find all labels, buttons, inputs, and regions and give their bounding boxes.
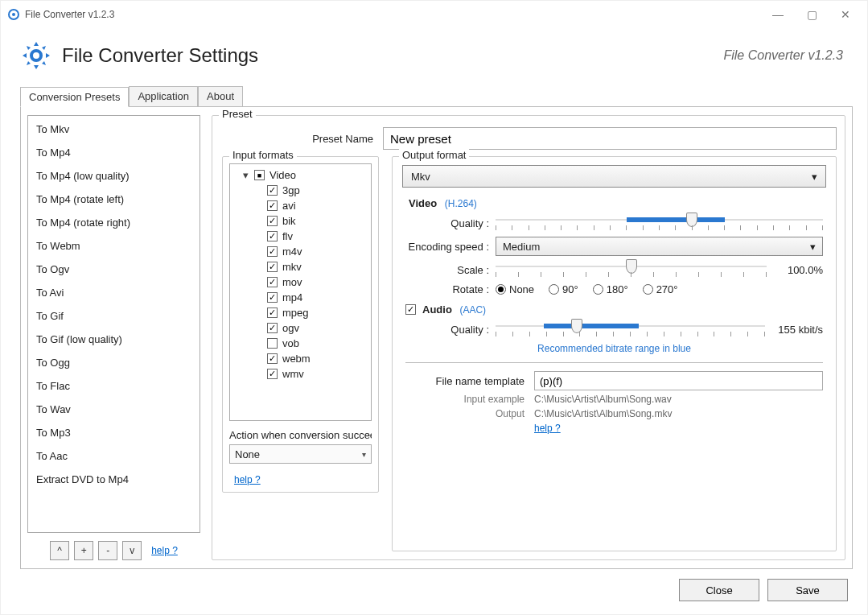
- app-icon: [7, 8, 20, 21]
- input-format-item[interactable]: mpeg: [230, 305, 371, 320]
- action-select[interactable]: None ▾: [229, 444, 372, 464]
- preset-name-input[interactable]: [383, 127, 837, 150]
- tab-application[interactable]: Application: [129, 86, 198, 106]
- preset-list-item[interactable]: To Mp4 (rotate left): [28, 188, 200, 211]
- add-button[interactable]: +: [74, 541, 93, 560]
- close-icon[interactable]: ✕: [840, 9, 851, 20]
- presets-column: To MkvTo Mp4To Mp4 (low quality)To Mp4 (…: [27, 115, 200, 560]
- preset-list-item[interactable]: To Mkv: [28, 118, 200, 141]
- collapse-icon[interactable]: ▾: [241, 169, 249, 181]
- input-format-checkbox[interactable]: [267, 200, 278, 211]
- filename-template-label: File name template: [405, 375, 534, 387]
- close-button[interactable]: Close: [679, 579, 759, 601]
- input-formats-tree[interactable]: ▾Video3gpavibikflvm4vmkvmovmp4mpegogvvob…: [229, 163, 372, 421]
- preset-list-item[interactable]: To Flac: [28, 374, 200, 398]
- encoding-speed-select[interactable]: Medium ▾: [496, 237, 823, 256]
- move-up-button[interactable]: ^: [50, 541, 69, 560]
- app-window: File Converter v1.2.3 — ▢ ✕ File Convert…: [0, 0, 868, 615]
- filename-help-row: help ?: [405, 423, 823, 434]
- input-format-checkbox[interactable]: [267, 292, 278, 303]
- rotate-option[interactable]: 90°: [549, 283, 578, 295]
- preset-list-item[interactable]: To Aac: [28, 444, 200, 468]
- output-format-column: Output format Mkv ▾ Video (H.264): [392, 156, 837, 551]
- audio-quality-row: Quality : 155 kbit/s: [405, 320, 823, 338]
- input-format-checkbox[interactable]: [267, 185, 278, 196]
- preset-list-item[interactable]: To Ogg: [28, 351, 200, 374]
- input-format-checkbox[interactable]: [267, 246, 278, 257]
- audio-quality-slider[interactable]: [496, 320, 765, 338]
- video-group-checkbox[interactable]: [254, 170, 265, 180]
- input-format-item[interactable]: 3gp: [230, 183, 371, 198]
- scale-slider[interactable]: [496, 261, 767, 279]
- preset-list-item[interactable]: To Mp4: [28, 141, 200, 164]
- action-select-value: None: [235, 448, 260, 460]
- input-format-item[interactable]: webm: [230, 351, 371, 366]
- video-quality-label: Quality :: [405, 217, 496, 229]
- remove-button[interactable]: -: [98, 541, 117, 560]
- video-quality-slider[interactable]: [496, 214, 823, 232]
- chevron-down-icon: ▾: [362, 450, 366, 459]
- input-format-checkbox[interactable]: [267, 323, 278, 333]
- maximize-icon[interactable]: ▢: [806, 9, 817, 20]
- input-format-item[interactable]: mkv: [230, 259, 371, 274]
- input-format-item[interactable]: vob: [230, 336, 371, 351]
- preset-list-item[interactable]: To Wav: [28, 398, 200, 421]
- presets-help-link[interactable]: help ?: [151, 545, 178, 556]
- input-format-checkbox[interactable]: [267, 277, 278, 287]
- input-format-checkbox[interactable]: [267, 338, 278, 349]
- rotate-option[interactable]: 180°: [593, 283, 628, 295]
- input-format-checkbox[interactable]: [267, 353, 278, 364]
- minimize-icon[interactable]: —: [772, 9, 784, 20]
- preset-list-item[interactable]: To Mp4 (rotate right): [28, 211, 200, 234]
- input-format-checkbox[interactable]: [267, 369, 278, 379]
- input-format-item[interactable]: bik: [230, 213, 371, 229]
- move-down-button[interactable]: v: [122, 541, 142, 560]
- radio-icon: [593, 284, 603, 295]
- page-title: File Converter Settings: [62, 44, 258, 67]
- output-format-legend: Output format: [399, 149, 469, 161]
- output-format-value: Mkv: [411, 171, 430, 183]
- preset-groupbox: Preset Preset Name Input formats ▾Video3…: [212, 115, 845, 560]
- rotate-option[interactable]: 270°: [643, 283, 678, 295]
- tab-about[interactable]: About: [198, 86, 243, 106]
- preset-list[interactable]: To MkvTo Mp4To Mp4 (low quality)To Mp4 (…: [27, 115, 200, 533]
- input-formats-help-link[interactable]: help ?: [234, 474, 261, 485]
- input-format-item[interactable]: avi: [230, 198, 371, 213]
- preset-list-item[interactable]: To Gif (low quality): [28, 328, 200, 351]
- radio-icon: [643, 284, 653, 295]
- input-format-group[interactable]: ▾Video: [230, 167, 371, 183]
- input-format-item[interactable]: mov: [230, 274, 371, 290]
- preset-list-item[interactable]: To Gif: [28, 304, 200, 328]
- preset-list-item[interactable]: Extract DVD to Mp4: [28, 468, 200, 491]
- input-format-item[interactable]: flv: [230, 229, 371, 244]
- tab-conversion-presets[interactable]: Conversion Presets: [20, 87, 129, 107]
- preset-list-item[interactable]: To Avi: [28, 281, 200, 304]
- window-controls: — ▢ ✕: [772, 9, 861, 20]
- input-format-item[interactable]: m4v: [230, 244, 371, 259]
- input-format-checkbox[interactable]: [267, 231, 278, 241]
- gear-icon: [20, 39, 52, 72]
- filename-template-input[interactable]: [534, 371, 823, 390]
- audio-codec-label: (AAC): [459, 304, 486, 316]
- input-format-checkbox[interactable]: [267, 216, 278, 226]
- rotate-option[interactable]: None: [496, 283, 534, 295]
- input-format-checkbox[interactable]: [267, 262, 278, 272]
- preset-editor: Preset Preset Name Input formats ▾Video3…: [212, 115, 845, 560]
- output-format-select[interactable]: Mkv ▾: [402, 165, 826, 188]
- filename-help-link[interactable]: help ?: [534, 423, 561, 434]
- output-format-groupbox: Output format Mkv ▾ Video (H.264): [392, 156, 837, 551]
- chevron-down-icon: ▾: [812, 171, 817, 183]
- preset-list-item[interactable]: To Webm: [28, 234, 200, 258]
- preset-list-item[interactable]: To Mp4 (low quality): [28, 164, 200, 188]
- preset-list-item[interactable]: To Mp3: [28, 421, 200, 444]
- save-button[interactable]: Save: [767, 579, 848, 601]
- video-codec-label: (H.264): [445, 198, 477, 209]
- input-format-checkbox[interactable]: [267, 308, 278, 318]
- action-when-success: Action when conversion succeed None ▾: [229, 429, 372, 464]
- input-format-item[interactable]: mp4: [230, 290, 371, 305]
- input-format-item[interactable]: wmv: [230, 366, 371, 382]
- audio-enable-checkbox[interactable]: [405, 304, 416, 315]
- tab-body: To MkvTo Mp4To Mp4 (low quality)To Mp4 (…: [20, 107, 853, 569]
- input-format-item[interactable]: ogv: [230, 320, 371, 336]
- preset-list-item[interactable]: To Ogv: [28, 258, 200, 281]
